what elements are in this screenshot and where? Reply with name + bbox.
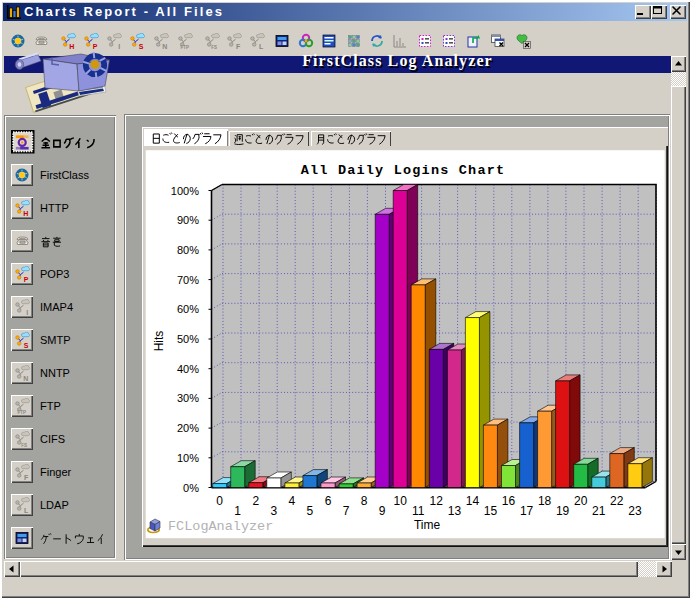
svg-text:Time: Time [414,518,441,532]
svg-text:12: 12 [430,494,444,508]
svg-text:80%: 80% [177,244,199,256]
svg-text:P: P [24,275,29,282]
svg-text:14: 14 [466,494,480,508]
svg-text:4: 4 [289,494,296,508]
svg-text:FCLogAnalyzer: FCLogAnalyzer [168,519,273,534]
svg-text:I: I [118,43,120,50]
svg-text:60%: 60% [177,303,199,315]
svg-text:L: L [24,506,29,513]
svg-text:9: 9 [379,504,386,518]
svg-text:18: 18 [538,494,552,508]
svg-text:0: 0 [216,494,223,508]
svg-text:15: 15 [484,504,498,518]
svg-text:22: 22 [610,494,624,508]
svg-text:40%: 40% [177,363,199,375]
svg-text:All Daily Logins Chart: All Daily Logins Chart [301,163,506,178]
svg-text:30%: 30% [177,392,199,404]
svg-text:20%: 20% [177,422,199,434]
svg-text:Hits: Hits [152,331,166,352]
svg-text:H: H [69,43,74,50]
svg-text:8: 8 [361,494,368,508]
svg-text:FS: FS [211,45,217,50]
svg-text:P: P [93,43,98,50]
svg-text:19: 19 [556,504,570,518]
svg-text:90%: 90% [177,214,199,226]
svg-text:2: 2 [252,494,259,508]
svg-text:I: I [26,308,28,315]
svg-text:13: 13 [448,504,462,518]
svg-text:5: 5 [307,504,314,518]
svg-text:10%: 10% [177,452,199,464]
svg-text:23: 23 [628,504,642,518]
svg-text:3: 3 [270,504,277,518]
svg-text:F: F [24,473,29,480]
svg-text:S: S [139,43,144,50]
svg-text:16: 16 [502,494,516,508]
svg-text:L: L [259,43,264,50]
svg-text:7: 7 [343,504,350,518]
svg-text:11: 11 [412,504,425,518]
svg-text:N: N [23,374,28,381]
svg-text:0%: 0% [183,482,199,494]
svg-text:6: 6 [325,494,332,508]
svg-text:21: 21 [592,504,606,518]
svg-text:H: H [23,209,28,216]
svg-text:N: N [162,43,167,50]
svg-text:1: 1 [234,504,241,518]
svg-text:50%: 50% [177,333,199,345]
svg-text:10: 10 [394,494,408,508]
svg-text:17: 17 [520,504,534,518]
svg-text:FS: FS [21,442,27,447]
svg-text:70%: 70% [177,274,199,286]
svg-text:S: S [24,341,29,348]
svg-text:20: 20 [574,494,588,508]
svg-text:FTP: FTP [17,409,26,414]
svg-text:F: F [236,43,241,50]
svg-text:FTP: FTP [180,45,189,50]
svg-text:100%: 100% [171,185,199,197]
